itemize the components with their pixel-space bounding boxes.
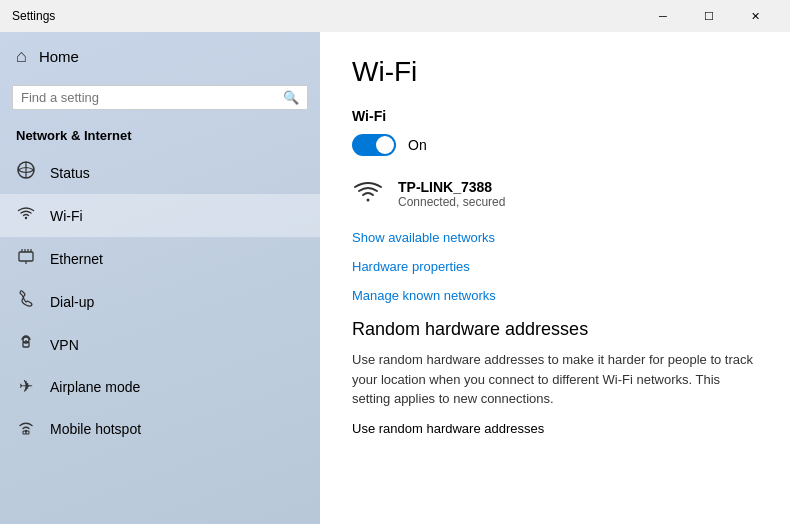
search-box: 🔍: [12, 85, 308, 110]
sidebar-item-label-airplane: Airplane mode: [50, 379, 140, 395]
close-button[interactable]: ✕: [732, 0, 778, 32]
ethernet-icon: [16, 247, 36, 270]
sidebar-item-vpn[interactable]: VPN: [0, 323, 320, 366]
sidebar-item-label-dialup: Dial-up: [50, 294, 94, 310]
window-controls: ─ ☐ ✕: [640, 0, 778, 32]
sidebar-item-dialup[interactable]: Dial-up: [0, 280, 320, 323]
svg-rect-2: [19, 252, 33, 261]
sidebar-item-label-wifi: Wi-Fi: [50, 208, 83, 224]
status-icon: [16, 161, 36, 184]
wifi-nav-icon: [16, 204, 36, 227]
home-label: Home: [39, 48, 79, 65]
page-title: Wi-Fi: [352, 56, 758, 88]
maximize-button[interactable]: ☐: [686, 0, 732, 32]
connected-network: TP-LINK_7388 Connected, secured: [352, 176, 758, 212]
titlebar: Settings ─ ☐ ✕: [0, 0, 790, 32]
toggle-thumb: [376, 136, 394, 154]
search-icon: 🔍: [283, 90, 299, 105]
sidebar-item-hotspot[interactable]: Mobile hotspot: [0, 407, 320, 450]
dialup-icon: [16, 290, 36, 313]
network-status: Connected, secured: [398, 195, 505, 209]
wifi-toggle[interactable]: [352, 134, 396, 156]
sidebar-item-label-status: Status: [50, 165, 90, 181]
content-area: Wi-Fi Wi-Fi On TP-LINK_7388 Connected, s: [320, 32, 790, 524]
toggle-state-label: On: [408, 137, 427, 153]
search-input[interactable]: [21, 90, 283, 105]
sidebar-item-label-vpn: VPN: [50, 337, 79, 353]
manage-networks-link[interactable]: Manage known networks: [352, 288, 496, 303]
app-title: Settings: [12, 9, 55, 23]
sidebar-item-home[interactable]: ⌂ Home: [0, 32, 320, 81]
home-icon: ⌂: [16, 46, 27, 67]
network-info: TP-LINK_7388 Connected, secured: [398, 179, 505, 209]
sidebar: ⌂ Home 🔍 Network & Internet Status: [0, 32, 320, 524]
sidebar-item-wifi[interactable]: Wi-Fi: [0, 194, 320, 237]
vpn-icon: [16, 333, 36, 356]
hardware-properties-link[interactable]: Hardware properties: [352, 259, 470, 274]
sidebar-item-label-ethernet: Ethernet: [50, 251, 103, 267]
main-container: ⌂ Home 🔍 Network & Internet Status: [0, 32, 790, 524]
sidebar-item-label-hotspot: Mobile hotspot: [50, 421, 141, 437]
wifi-section-label: Wi-Fi: [352, 108, 758, 124]
sidebar-item-airplane[interactable]: ✈ Airplane mode: [0, 366, 320, 407]
sidebar-item-ethernet[interactable]: Ethernet: [0, 237, 320, 280]
network-name: TP-LINK_7388: [398, 179, 505, 195]
sidebar-section-title: Network & Internet: [0, 118, 320, 151]
random-hw-setting-label: Use random hardware addresses: [352, 421, 758, 436]
connected-wifi-icon: [352, 176, 384, 212]
random-hw-heading: Random hardware addresses: [352, 319, 758, 340]
random-hw-description: Use random hardware addresses to make it…: [352, 350, 758, 409]
hotspot-icon: [16, 417, 36, 440]
sidebar-item-status[interactable]: Status: [0, 151, 320, 194]
minimize-button[interactable]: ─: [640, 0, 686, 32]
show-networks-link[interactable]: Show available networks: [352, 230, 495, 245]
wifi-toggle-row: On: [352, 134, 758, 156]
airplane-icon: ✈: [16, 376, 36, 397]
